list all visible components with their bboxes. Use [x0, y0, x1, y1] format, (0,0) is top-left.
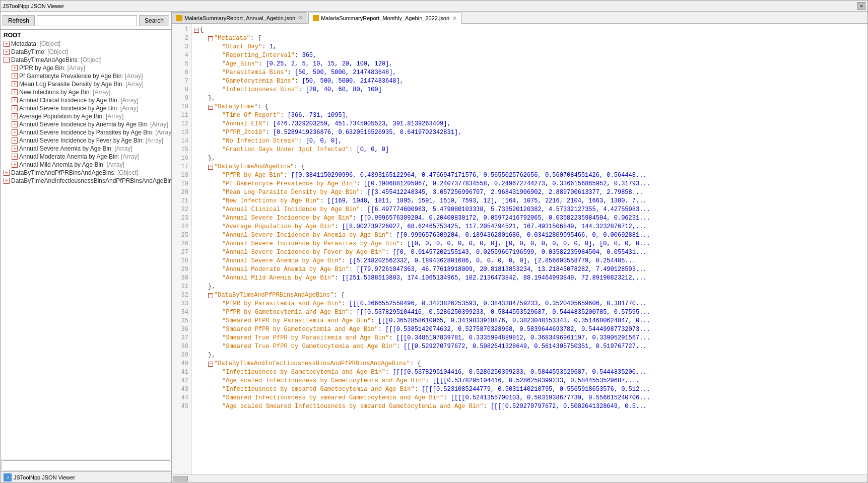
expand-icon[interactable]: +	[12, 81, 18, 87]
json-line-content: "PfPR_2to10": [0.5289419236876, 0.632051…	[222, 128, 461, 137]
bottom-search-input[interactable]	[2, 460, 170, 470]
line-number: 43	[172, 385, 191, 394]
json-line-content: "PfPR by Gametocytemia and Age Bin": [[[…	[222, 308, 650, 317]
tree-item[interactable]: +Annual Severe Incidence by Parasites by…	[2, 128, 170, 136]
tab-0[interactable]: MalariaSummaryReport_Annual_Agebin.json✕	[172, 12, 307, 23]
json-line-content: "DataByTimeAndInfectiousnessBinsAndPfPRB…	[214, 360, 421, 368]
line-number: 19	[172, 180, 191, 188]
expand-icon[interactable]: +	[4, 178, 10, 184]
json-line: "Annual Mild Anemia by Age Bin": [[251.5…	[192, 274, 867, 283]
tree-item[interactable]: +DataByTimeAndInfectiousnessBinsAndPfPRB…	[2, 177, 170, 185]
collapse-box[interactable]: −	[194, 28, 199, 33]
collapse-box[interactable]: −	[208, 362, 213, 367]
tree-item[interactable]: +Pf Gametocyte Prevalence by Age Bin: [A…	[2, 72, 170, 80]
json-line: "No Infection Streak": [0, 0, 0],	[192, 137, 867, 146]
tree-item[interactable]: +PfPR by Age Bin: [Array]	[2, 64, 170, 72]
json-line: "Annual Severe Incidence by Fever by Age…	[192, 248, 867, 257]
tree-item[interactable]: +Mean Log Parasite Density by Age Bin: […	[2, 80, 170, 88]
json-line-content: "Average Population by Age Bin": [[8.002…	[222, 223, 647, 231]
json-line: −{	[192, 26, 867, 34]
json-line-content: "Smeared True PfPR by Gametocytemia and …	[222, 342, 647, 351]
horizontal-scrollbar[interactable]	[172, 474, 867, 482]
json-line: "Smeared True PfPR by Parasitemia and Ag…	[192, 334, 867, 342]
tab-1[interactable]: MalariaSummaryReport_Monthly_Agebin_2022…	[308, 13, 461, 24]
collapse-icon[interactable]: −	[4, 57, 10, 63]
tree-item[interactable]: +Metadata: [Object]	[2, 40, 170, 48]
tree-node-type: : [Array]	[142, 137, 163, 144]
expand-icon[interactable]: +	[12, 121, 18, 127]
tree-container: ROOT +Metadata: [Object]+DataByTime: [Ob…	[1, 30, 171, 459]
json-line: "Infectiousness Bins": [20, 40, 60, 80, …	[192, 86, 867, 94]
expand-icon[interactable]: +	[12, 137, 18, 144]
json-line-content: "New Infections by Age Bin": [[169, 1048…	[222, 197, 647, 205]
tree-item[interactable]: +DataByTimeAndPfPRBinsAndAgeBins: [Objec…	[2, 169, 170, 177]
expand-icon[interactable]: +	[12, 113, 18, 119]
json-line-content: "Fraction Days Under 1pct Infected": [0,…	[222, 146, 389, 154]
line-number: 37	[172, 334, 191, 342]
expand-icon[interactable]: +	[4, 49, 10, 55]
expand-icon[interactable]: +	[12, 162, 18, 168]
json-line-content: "Infectiousness by smeared Gametocytemia…	[222, 385, 650, 394]
tree-item[interactable]: −DataByTimeAndAgeBins: [Object]	[2, 56, 170, 64]
collapse-box[interactable]: −	[208, 36, 213, 41]
tree-node-label: Annual Severe Incidence by Parasites by …	[19, 129, 152, 136]
tree-node-label: PfPR by Age Bin	[19, 64, 64, 72]
collapse-box[interactable]: −	[208, 165, 213, 170]
tree-item[interactable]: +New Infections by Age Bin: [Array]	[2, 88, 170, 96]
json-line-content: "Age scaled Infectiousness by Gametocyte…	[222, 377, 639, 385]
expand-icon[interactable]: +	[12, 105, 18, 111]
expand-icon[interactable]: +	[12, 65, 18, 71]
line-number: 11	[172, 111, 191, 120]
json-line-content: "Reporting_Interval": 365,	[222, 51, 316, 60]
tree-item[interactable]: +Annual Severe Anemia by Age Bin: [Array…	[2, 145, 170, 153]
line-number: 13	[172, 128, 191, 137]
tree-item[interactable]: +Annual Severe Incidence by Age Bin: [Ar…	[2, 104, 170, 112]
expand-icon[interactable]: +	[4, 41, 10, 47]
expand-icon[interactable]: +	[12, 73, 18, 79]
tree-item[interactable]: +Annual Moderate Anemia by Age Bin: [Arr…	[2, 153, 170, 161]
json-content[interactable]: −{−"Metadata": {"Start_Day": 1,"Reportin…	[192, 24, 867, 474]
tree-item[interactable]: +Average Population by Age Bin: [Array]	[2, 112, 170, 120]
line-number: 3	[172, 43, 191, 51]
json-line-content: "Annual Severe Anemia by Age Bin": [[5.2…	[222, 257, 636, 265]
json-line: "PfPR by Parasitemia and Age Bin": [[[0.…	[192, 300, 867, 308]
tab-close-0[interactable]: ✕	[298, 15, 303, 21]
refresh-button[interactable]: Refresh	[3, 15, 35, 26]
line-number: 9	[172, 94, 191, 103]
expand-icon[interactable]: +	[12, 129, 18, 135]
search-input[interactable]	[37, 15, 137, 26]
json-line-content: "Time Of Report": [366, 731, 1095],	[222, 111, 349, 120]
title-bar: JSToolNpp JSON Viewer ✕	[1, 1, 867, 12]
tree-node-label: DataByTimeAndAgeBins	[11, 56, 78, 63]
close-button[interactable]: ✕	[857, 2, 865, 10]
collapse-box[interactable]: −	[208, 293, 213, 298]
tree-node-label: Annual Clinical Incidence by Age Bin	[19, 97, 117, 104]
json-line: −"Metadata": {	[192, 34, 867, 43]
expand-icon[interactable]: +	[12, 146, 18, 152]
json-line: "Smeared PfPR by Parasitemia and Age Bin…	[192, 317, 867, 325]
expand-icon[interactable]: +	[12, 97, 18, 103]
json-line-content: "Annual Severe Incidence by Parasites by…	[222, 240, 650, 248]
expand-icon[interactable]: +	[4, 170, 10, 176]
tab-label-1: MalariaSummaryReport_Monthly_Agebin_2022…	[321, 15, 449, 21]
search-button[interactable]: Search	[139, 15, 169, 26]
tree-node-type: : [Array]	[117, 97, 139, 104]
line-number: 21	[172, 197, 191, 205]
tree-item[interactable]: +Annual Severe Incidence by Fever by Age…	[2, 136, 170, 145]
json-line: "Reporting_Interval": 365,	[192, 51, 867, 60]
tab-icon-0	[176, 15, 182, 21]
tree-root: ROOT	[2, 31, 170, 40]
expand-icon[interactable]: +	[12, 89, 18, 95]
json-line: },	[192, 154, 867, 163]
json-line-content: "Smeared Infectiousness by smeared Gamet…	[222, 394, 650, 402]
tree-node-type: : [Array]	[122, 81, 144, 88]
tab-close-1[interactable]: ✕	[452, 15, 457, 22]
tree-item[interactable]: +DataByTime: [Object]	[2, 48, 170, 56]
json-line: "Average Population by Age Bin": [[8.002…	[192, 223, 867, 231]
expand-icon[interactable]: +	[12, 154, 18, 160]
tree-item[interactable]: +Annual Mild Anemia by Age Bin: [Array]	[2, 161, 170, 169]
tree-item[interactable]: +Annual Clinical Incidence by Age Bin: […	[2, 96, 170, 104]
json-line-content: "Age_Bins": [0.25, 2, 5, 10, 15, 20, 100…	[222, 60, 392, 68]
collapse-box[interactable]: −	[208, 105, 213, 110]
tree-item[interactable]: +Annual Severe Incidence by Anemia by Ag…	[2, 120, 170, 128]
